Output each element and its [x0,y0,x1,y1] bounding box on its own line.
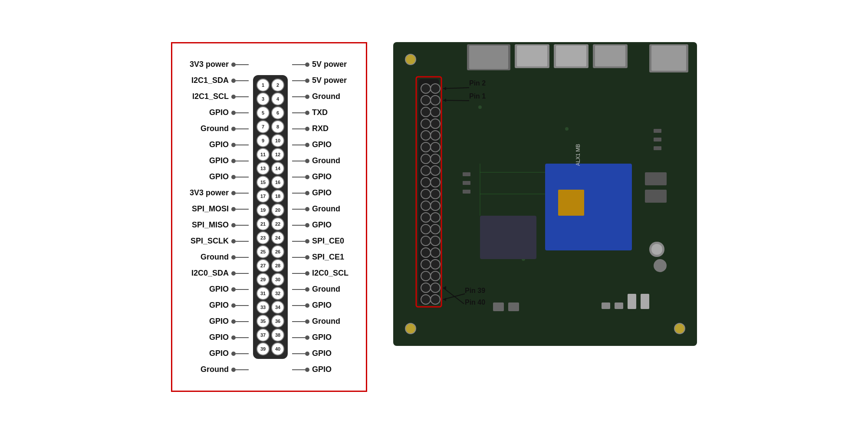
pin-circle: 8 [271,120,284,133]
svg-rect-22 [480,216,536,259]
pin-pair: 3940 [256,342,285,355]
pin-circle: 17 [256,190,270,203]
left-pin-dot [231,191,236,195]
left-pin-label: SPI_SCLK [191,237,229,246]
svg-text:Pin 40: Pin 40 [465,299,485,306]
left-connector-line [236,353,249,354]
left-pin-row: GPIO [209,105,249,121]
svg-point-2 [565,127,569,131]
left-pin-row: Ground [201,362,249,378]
pin-circle: 32 [271,287,284,300]
left-pin-row: GPIO [209,329,249,345]
right-pin-dot [305,368,309,372]
left-pin-label: GPIO [209,349,229,358]
svg-point-5 [405,54,416,65]
right-connector-line [292,273,305,274]
left-connector-line [236,369,249,370]
svg-rect-28 [602,302,610,309]
right-labels: 5V power5V powerGroundTXDRXDGPIOGroundGP… [292,56,349,378]
left-pin-dot [231,223,236,227]
right-connector-line [292,145,305,145]
left-pin-row: SPI_MISO [192,217,249,233]
left-connector-line [236,64,249,65]
right-connector-line [292,369,305,370]
right-connector-line [292,64,305,65]
right-pin-dot [305,255,309,260]
svg-point-54 [431,201,440,210]
svg-text:Pin 39: Pin 39 [465,287,485,294]
right-connector-line [292,353,305,354]
svg-point-38 [431,107,440,117]
pin-circle: 20 [271,204,284,217]
left-pin-dot [231,207,236,211]
svg-rect-94 [651,244,662,255]
pin-pair: 12 [256,79,285,92]
right-pin-label: GPIO [312,220,332,230]
pin-circle: 14 [271,162,284,175]
right-pin-row: GPIO [292,217,332,233]
right-connector-line [292,257,305,258]
pin-circle: 33 [256,301,270,314]
right-connector-line [292,128,305,129]
pin-circle: 29 [256,273,270,286]
svg-point-69 [421,295,431,304]
svg-rect-12 [556,46,586,66]
main-container: 3V3 powerI2C1_SDAI2C1_SCLGPIOGroundGPIOG… [158,29,710,405]
left-pin-label: I2C1_SCL [192,92,229,101]
pin-circle: 40 [271,342,284,355]
right-connector-line [292,177,305,178]
pin-circle: 21 [256,217,270,230]
right-pin-dot [305,95,309,99]
left-pin-dot [231,111,236,115]
left-pin-label: GPIO [209,301,229,310]
left-connector-line [236,305,249,306]
right-pin-row: SPI_CE1 [292,249,344,265]
left-pin-label: I2C0_SDA [191,269,229,278]
pin-circle: 38 [271,329,284,342]
right-pin-dot [305,62,309,67]
left-pin-row: 3V3 power [190,56,249,72]
pin-circle: 1 [256,79,270,92]
svg-point-8 [674,323,685,334]
right-connector-line [292,321,305,322]
svg-text:ALX1 MB: ALX1 MB [575,144,581,166]
left-pin-label: Ground [201,124,229,133]
svg-point-45 [421,154,431,164]
right-pin-row: Ground [292,281,340,297]
left-pin-dot [231,352,236,356]
left-pin-dot [231,287,236,292]
svg-rect-20 [558,190,584,216]
right-pin-dot [305,175,309,179]
svg-rect-16 [651,46,686,71]
pin-circle: 25 [256,245,270,258]
right-connector-line [292,80,305,81]
left-pin-label: GPIO [209,140,229,149]
left-pin-dot [231,127,236,131]
right-connector-line [292,289,305,290]
pin-circle: 3 [256,92,270,105]
right-pin-row: GPIO [292,169,332,185]
pin-pair: 3738 [256,329,285,342]
left-connector-line [236,257,249,258]
pin-pair: 2324 [256,231,285,244]
svg-rect-25 [654,259,667,272]
left-pin-dot [231,368,236,372]
pin-circle: 39 [256,342,270,355]
left-pin-label: GPIO [209,285,229,294]
right-pin-dot [305,143,309,147]
svg-rect-91 [654,138,661,141]
left-pin-dot [231,271,236,276]
right-pin-label: GPIO [312,301,332,310]
right-pin-row: GPIO [292,185,332,201]
left-pin-label: SPI_MOSI [192,204,229,214]
svg-point-37 [421,107,431,117]
pin-circle: 23 [256,231,270,244]
pin-circle: 31 [256,287,270,300]
pin-pair: 1718 [256,190,285,203]
right-pin-label: GPIO [312,188,332,197]
right-pin-row: GPIO [292,329,332,345]
pin-circle: 28 [271,259,284,272]
left-pin-dot [231,319,236,324]
left-pin-row: GPIO [209,153,249,169]
svg-point-52 [431,189,440,199]
